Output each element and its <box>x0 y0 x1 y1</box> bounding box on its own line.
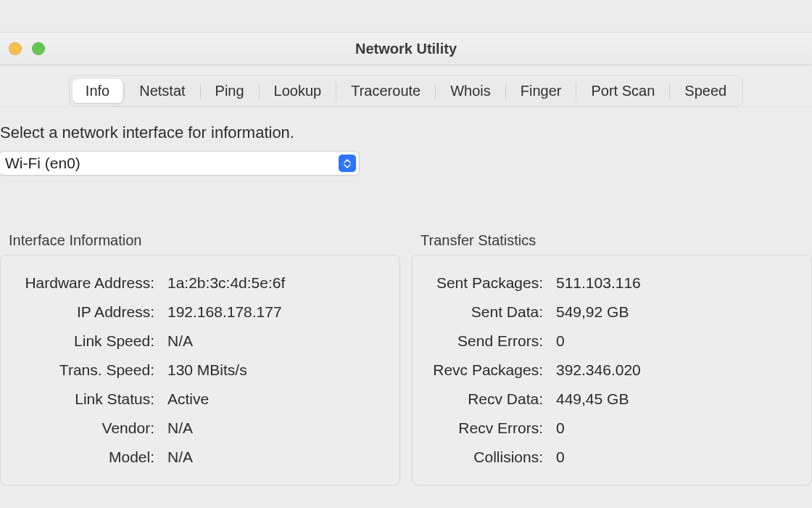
value-send-errors: 0 <box>556 332 795 350</box>
tab-traceroute[interactable]: Traceroute <box>338 79 434 103</box>
tab-lookup[interactable]: Lookup <box>261 79 335 103</box>
interface-info-group: Interface Information Hardware Address: … <box>0 232 400 486</box>
tab-separator <box>505 83 506 99</box>
value-recv-packages: 392.346.020 <box>556 361 795 379</box>
content: Select a network interface for informati… <box>0 107 812 486</box>
value-recv-errors: 0 <box>556 419 795 437</box>
value-trans-speed: 130 MBits/s <box>167 361 384 379</box>
interface-select-value: Wi-Fi (en0) <box>5 155 339 172</box>
tab-separator <box>435 83 436 99</box>
tab-separator <box>200 83 201 99</box>
tab-netstat[interactable]: Netstat <box>126 79 198 103</box>
tab-separator <box>576 83 576 99</box>
value-link-status: Active <box>167 390 384 408</box>
interface-info-title: Interface Information <box>0 232 400 255</box>
label-sent-packages: Sent Packages: <box>428 274 543 292</box>
titlebar: Network Utility <box>0 32 812 65</box>
label-sent-data: Sent Data: <box>428 303 543 321</box>
tabbar-wrap: Info Netstat Ping Lookup Traceroute Whoi… <box>0 65 812 107</box>
label-vendor: Vendor: <box>17 419 154 437</box>
transfer-stats-box: Sent Packages: 511.103.116 Sent Data: 54… <box>412 255 812 486</box>
label-link-status: Link Status: <box>17 390 154 408</box>
tab-finger[interactable]: Finger <box>508 79 575 103</box>
tab-ping[interactable]: Ping <box>202 79 257 103</box>
value-sent-packages: 511.103.116 <box>556 274 795 292</box>
tab-separator <box>124 83 125 99</box>
tab-port-scan[interactable]: Port Scan <box>578 79 668 103</box>
transfer-stats-row: Send Errors: 0 <box>428 327 795 356</box>
label-ip-address: IP Address: <box>17 303 154 321</box>
window-title: Network Utility <box>0 41 812 57</box>
zoom-icon[interactable] <box>32 42 45 55</box>
transfer-stats-row: Recv Errors: 0 <box>428 414 795 443</box>
interface-info-row: IP Address: 192.168.178.177 <box>17 298 384 327</box>
transfer-stats-group: Transfer Statistics Sent Packages: 511.1… <box>412 232 812 486</box>
interface-info-box: Hardware Address: 1a:2b:3c:4d:5e:6f IP A… <box>0 255 400 486</box>
tab-separator <box>336 83 336 99</box>
menubar-space <box>0 0 812 32</box>
transfer-stats-row: Recv Data: 449,45 GB <box>428 385 795 414</box>
label-trans-speed: Trans. Speed: <box>17 361 154 379</box>
tab-info[interactable]: Info <box>72 79 123 103</box>
value-sent-data: 549,92 GB <box>556 303 795 321</box>
transfer-stats-row: Sent Packages: 511.103.116 <box>428 269 795 298</box>
transfer-stats-row: Revc Packages: 392.346.020 <box>428 356 795 385</box>
interface-info-row: Link Status: Active <box>17 385 384 414</box>
label-hardware-address: Hardware Address: <box>17 274 154 292</box>
value-recv-data: 449,45 GB <box>556 390 795 408</box>
tab-speed[interactable]: Speed <box>671 79 740 103</box>
label-collisions: Collisions: <box>428 448 543 466</box>
tab-separator <box>259 83 260 99</box>
interface-info-row: Trans. Speed: 130 MBits/s <box>17 356 384 385</box>
label-link-speed: Link Speed: <box>17 332 154 350</box>
interface-info-row: Hardware Address: 1a:2b:3c:4d:5e:6f <box>17 269 384 298</box>
instruction-label: Select a network interface for informati… <box>0 123 812 151</box>
value-model: N/A <box>167 448 384 466</box>
chevron-up-down-icon <box>339 155 356 172</box>
label-recv-data: Recv Data: <box>428 390 543 408</box>
transfer-stats-title: Transfer Statistics <box>412 232 812 255</box>
interface-info-row: Link Speed: N/A <box>17 327 384 356</box>
tab-separator <box>669 83 670 99</box>
value-hardware-address: 1a:2b:3c:4d:5e:6f <box>167 274 384 292</box>
label-recv-packages: Revc Packages: <box>428 361 543 379</box>
interface-info-row: Model: N/A <box>17 443 384 472</box>
label-recv-errors: Recv Errors: <box>428 419 543 437</box>
label-send-errors: Send Errors: <box>428 332 543 350</box>
minimize-icon[interactable] <box>9 42 22 55</box>
value-collisions: 0 <box>556 448 795 466</box>
tab-whois[interactable]: Whois <box>437 79 504 103</box>
transfer-stats-row: Sent Data: 549,92 GB <box>428 298 795 327</box>
transfer-stats-row: Collisions: 0 <box>428 443 795 472</box>
value-ip-address: 192.168.178.177 <box>167 303 384 321</box>
label-model: Model: <box>17 448 154 466</box>
tabbar: Info Netstat Ping Lookup Traceroute Whoi… <box>69 75 743 107</box>
value-link-speed: N/A <box>167 332 384 350</box>
interface-select[interactable]: Wi-Fi (en0) <box>0 151 360 176</box>
interface-info-row: Vendor: N/A <box>17 414 384 443</box>
value-vendor: N/A <box>167 419 384 437</box>
traffic-lights <box>9 42 45 55</box>
